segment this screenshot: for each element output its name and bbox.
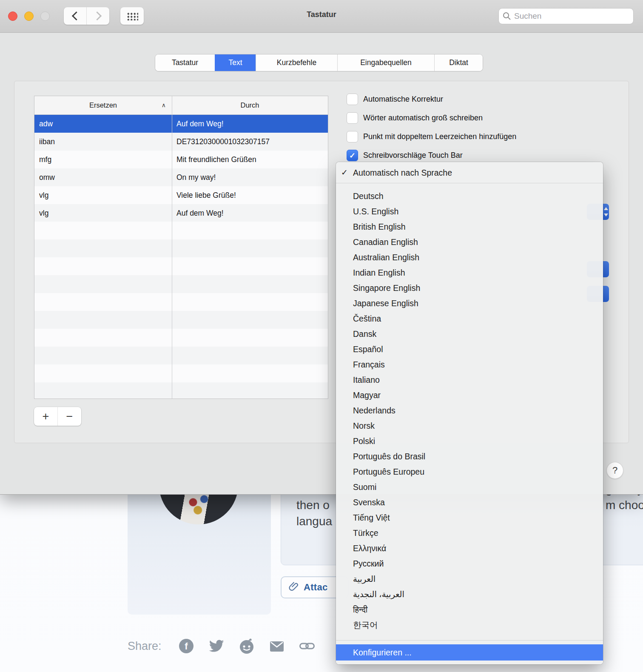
checkbox-label: Wörter automatisch groß schreiben [363, 114, 483, 122]
help-button[interactable]: ? [607, 462, 623, 478]
menu-item[interactable]: Canadian English [336, 234, 603, 250]
checkbox-label: Punkt mit doppeltem Leerzeichen hinzufüg… [363, 132, 516, 141]
share-label: Share: [128, 640, 162, 653]
table-row[interactable]: vlg Auf dem Weg! [34, 204, 328, 222]
checkbox-icon[interactable]: ✓ [347, 94, 358, 105]
checkbox-row[interactable]: ✓ Wörter automatisch groß schreiben [347, 112, 516, 124]
tab[interactable]: Diktat [434, 54, 483, 71]
menu-item-selected[interactable]: Automatisch nach Sprache [336, 165, 603, 181]
attach-label: Attac [304, 582, 328, 593]
menu-item[interactable]: Ελληνικά [336, 541, 603, 556]
column-header-durch[interactable]: Durch [172, 96, 328, 114]
checkbox-label: Automatische Korrektur [363, 95, 443, 104]
table-row[interactable]: vlg Viele liebe Grüße! [34, 186, 328, 204]
reddit-icon[interactable] [239, 638, 255, 654]
link-icon[interactable] [299, 638, 315, 654]
table-header: Ersetzen ∧ Durch [34, 96, 328, 115]
menu-item[interactable]: Indian English [336, 265, 603, 280]
menu-item[interactable]: 한국어 [336, 617, 603, 632]
cell-durch: Auf dem Weg! [172, 204, 328, 222]
menu-item[interactable]: Português Europeu [336, 464, 603, 479]
tab[interactable]: Kurzbefehle [256, 54, 337, 71]
tab[interactable]: Eingabequellen [337, 54, 434, 71]
share-row: Share: f [128, 638, 315, 654]
search-field-wrap [498, 8, 634, 24]
cell-ersetzen: vlg [34, 204, 172, 222]
cell-durch: Auf dem Weg! [172, 115, 328, 133]
menu-item[interactable]: Italiano [336, 372, 603, 387]
svg-text:f: f [185, 641, 188, 652]
menu-item[interactable]: Dansk [336, 326, 603, 342]
titlebar: Tastatur [0, 0, 643, 33]
table-row[interactable]: mfg Mit freundlichen Grüßen [34, 151, 328, 168]
page-text-fragment: langua [296, 515, 332, 528]
cell-ersetzen: mfg [34, 151, 172, 168]
menu-item[interactable]: British English [336, 219, 603, 234]
menu-item[interactable]: Türkçe [336, 525, 603, 541]
checkbox-label: Schreibvorschläge Touch Bar [363, 151, 463, 160]
checkbox-row[interactable]: ✓ Punkt mit doppeltem Leerzeichen hinzuf… [347, 131, 516, 142]
menu-item[interactable]: Nederlands [336, 403, 603, 418]
menu-item[interactable]: Português do Brasil [336, 449, 603, 464]
cell-ersetzen: iiban [34, 133, 172, 151]
menu-item[interactable]: Deutsch [336, 188, 603, 204]
column-divider [172, 96, 172, 399]
facebook-icon[interactable]: f [178, 638, 194, 654]
menu-item[interactable]: Čeština [336, 311, 603, 326]
menu-item[interactable]: Polski [336, 433, 603, 449]
table-empty-area [34, 222, 328, 399]
cell-ersetzen: omw [34, 168, 172, 186]
menu-item[interactable]: Tiếng Việt [336, 510, 603, 525]
menu-language-list: Deutsch U.S. English British English Can… [336, 188, 603, 632]
cell-durch: On my way! [172, 168, 328, 186]
menu-item[interactable]: Français [336, 357, 603, 372]
menu-item[interactable]: हिन्दी [336, 602, 603, 617]
table-row[interactable]: omw On my way! [34, 168, 328, 186]
tab[interactable]: Text [215, 54, 256, 71]
checkbox-row[interactable]: ✓ Schreibvorschläge Touch Bar [347, 150, 516, 161]
twitter-icon[interactable] [208, 638, 225, 654]
menu-item[interactable]: Magyar [336, 387, 603, 403]
add-button[interactable]: + [34, 407, 58, 426]
menu-item[interactable]: Русский [336, 556, 603, 571]
menu-separator [336, 640, 603, 641]
column-header-ersetzen[interactable]: Ersetzen ∧ [34, 96, 172, 114]
table-rows: adw Auf dem Weg! iiban DE731203000010323… [34, 115, 328, 222]
mail-icon[interactable] [269, 638, 285, 654]
language-dropdown-menu: ✓ Automatisch nach Sprache Deutsch U.S. … [336, 162, 603, 664]
tab[interactable]: Tastatur [155, 54, 215, 71]
menu-item[interactable]: العربية [336, 571, 603, 587]
column-header-label: Durch [240, 101, 259, 109]
menu-separator [336, 183, 603, 183]
menu-item[interactable]: Singapore English [336, 280, 603, 296]
cell-durch: Mit freundlichen Grüßen [172, 151, 328, 168]
remove-button[interactable]: − [58, 407, 81, 426]
menu-item[interactable]: Svenska [336, 495, 603, 510]
checkbox-icon[interactable]: ✓ [347, 150, 358, 161]
menu-item-configure[interactable]: Konfigurieren ... [336, 644, 603, 661]
page-text-fragment: m choo [606, 498, 643, 512]
cell-durch: DE73120300001032307157 [172, 133, 328, 151]
search-input[interactable] [498, 8, 634, 24]
cell-durch: Viele liebe Grüße! [172, 186, 328, 204]
screen: You ca then o langua ges if yo m choo At… [0, 0, 643, 672]
menu-item[interactable]: Suomi [336, 479, 603, 495]
table-row[interactable]: adw Auf dem Weg! [34, 115, 328, 133]
menu-item[interactable]: Español [336, 342, 603, 357]
menu-item[interactable]: Japanese English [336, 296, 603, 311]
page-text-fragment: then o [296, 498, 330, 512]
menu-item[interactable]: Australian English [336, 250, 603, 265]
cell-ersetzen: adw [34, 115, 172, 133]
chevron-down-icon [604, 214, 608, 216]
table-row[interactable]: iiban DE73120300001032307157 [34, 133, 328, 151]
chevron-up-icon [604, 207, 608, 210]
column-header-label: Ersetzen [89, 101, 117, 109]
menu-item[interactable]: Norsk [336, 418, 603, 433]
checkbox-icon[interactable]: ✓ [347, 112, 358, 124]
search-icon [503, 12, 511, 22]
paperclip-icon [288, 581, 299, 594]
menu-item[interactable]: العربية، النجدية [336, 587, 603, 602]
checkbox-icon[interactable]: ✓ [347, 131, 358, 142]
checkbox-row[interactable]: ✓ Automatische Korrektur [347, 94, 516, 105]
menu-item[interactable]: U.S. English [336, 204, 603, 219]
